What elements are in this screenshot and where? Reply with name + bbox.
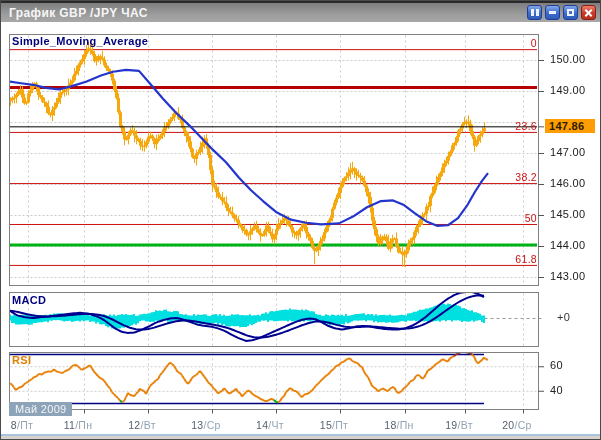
time-axis-label: 11/Пн: [52, 419, 104, 431]
sma-indicator-label: Simple_Moving_Average: [12, 35, 148, 47]
rsi-indicator-label: RSI: [12, 354, 31, 366]
chart-canvas[interactable]: [1, 1, 601, 440]
pause-button[interactable]: [527, 5, 542, 20]
minimize-button[interactable]: [545, 5, 560, 20]
macd-indicator-label: MACD: [12, 294, 46, 306]
rsi-axis-label: 40: [550, 384, 563, 396]
title-bar[interactable]: График GBP /JPY ЧАС: [1, 1, 600, 22]
close-button[interactable]: [581, 5, 596, 20]
close-icon: [582, 6, 595, 19]
month-badge: Май 2009: [9, 402, 72, 416]
fib-level-label: 23.6: [515, 120, 537, 132]
minimize-icon: [546, 6, 559, 19]
fib-level-label: 50: [525, 212, 537, 224]
current-price-tag: 147.86: [545, 119, 595, 133]
time-axis-label: 13/Ср: [180, 419, 232, 431]
time-axis-label: 18/Пн: [373, 419, 425, 431]
time-axis-label: 20/Ср: [491, 419, 543, 431]
rsi-axis-label: 60: [550, 359, 563, 371]
price-axis-label: 146.00: [550, 177, 585, 189]
fib-level-label: 61.8: [515, 253, 537, 265]
fib-level-label: 38.2: [515, 171, 537, 183]
price-axis-label: 149.00: [550, 84, 585, 96]
restore-button[interactable]: [563, 5, 578, 20]
time-axis-label: 14/Чт: [244, 419, 296, 431]
time-axis-label: 19/Вт: [433, 419, 485, 431]
pause-icon: [528, 6, 541, 19]
price-axis-label: 147.00: [550, 146, 585, 158]
window-controls: [527, 5, 596, 20]
window-bottom-frame: [1, 436, 600, 440]
time-axis-label: 12/Вт: [116, 419, 168, 431]
price-axis-label: 143.00: [550, 270, 585, 282]
price-axis-label: 144.00: [550, 239, 585, 251]
time-axis-label: 15/Пт: [308, 419, 360, 431]
fib-level-label: 0: [531, 37, 537, 49]
time-axis-label: 8/Пт: [0, 419, 48, 431]
price-axis-label: 145.00: [550, 208, 585, 220]
macd-zero-axis-label: +0: [557, 311, 570, 323]
window-title: График GBP /JPY ЧАС: [9, 6, 148, 20]
restore-icon: [564, 6, 577, 19]
price-axis-label: 150.00: [550, 53, 585, 65]
chart-window: Simple_Moving_Average MACD RSI Май 2009 …: [0, 0, 601, 440]
